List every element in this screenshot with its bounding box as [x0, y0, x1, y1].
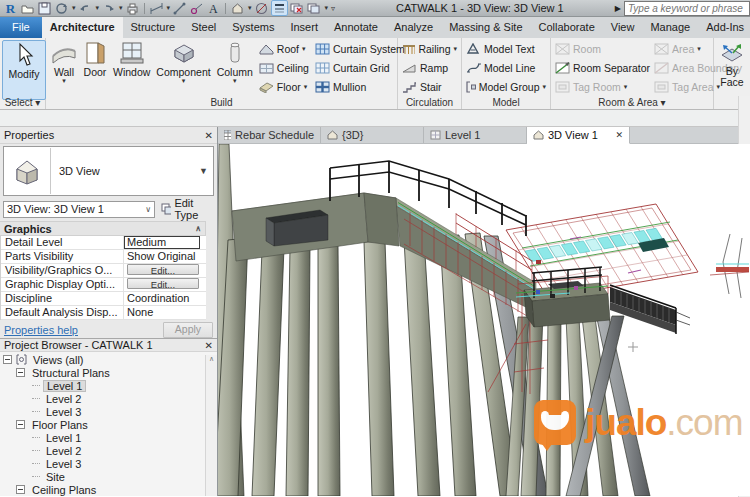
3d-viewport[interactable]: jualo.com — [218, 144, 750, 496]
property-row[interactable]: Graphic Display Opti... Edit... — [1, 278, 206, 292]
graphic-display-edit-button[interactable]: Edit... — [127, 278, 199, 289]
redo-dropdown-arrow[interactable]: ▾ — [119, 4, 123, 12]
default-3d-view-icon[interactable] — [230, 1, 245, 15]
3d-view-dropdown-arrow[interactable]: ▾ — [248, 4, 252, 12]
model-group-button[interactable]: Model Group▾ — [466, 79, 546, 95]
curtain-grid-button[interactable]: Curtain Grid — [315, 60, 405, 76]
parts-visibility-value[interactable]: Show Original — [124, 250, 206, 263]
tab-structure[interactable]: Structure — [123, 17, 184, 38]
tab-steel[interactable]: Steel — [183, 17, 224, 38]
view-tab-rebar-schedule[interactable]: Rebar Schedule — [218, 127, 321, 143]
project-browser-close-icon[interactable]: ✕ — [205, 340, 213, 351]
room-button[interactable]: Room — [555, 41, 650, 57]
curtain-system-button[interactable]: Curtain System — [315, 41, 405, 57]
close-hidden-windows-icon[interactable] — [290, 1, 305, 15]
tag-icon[interactable] — [189, 1, 204, 15]
tree-expander[interactable] — [16, 485, 25, 494]
browser-scrollbar[interactable]: ∧ — [205, 355, 217, 496]
tab-view[interactable]: View — [603, 17, 643, 38]
tree-expander[interactable] — [16, 420, 25, 429]
redo-icon[interactable] — [101, 1, 116, 15]
measure-dropdown-arrow[interactable]: ▾ — [167, 4, 171, 12]
tree-item-level3-floor[interactable]: Level 3 — [0, 457, 217, 470]
search-input[interactable] — [624, 1, 750, 16]
room-separator-button[interactable]: Room Separator — [555, 60, 650, 76]
revit-logo-icon[interactable]: R — [3, 1, 18, 15]
search-expand-arrow[interactable]: ▶ — [615, 4, 621, 13]
thin-lines-icon[interactable] — [271, 0, 288, 16]
tab-systems[interactable]: Systems — [224, 17, 282, 38]
print-icon[interactable] — [125, 1, 140, 15]
modify-button[interactable]: Modify — [2, 40, 46, 100]
ceiling-button[interactable]: Ceiling — [259, 60, 309, 76]
tree-item-views-all[interactable]: Views (all) — [0, 353, 217, 366]
tab-analyze[interactable]: Analyze — [386, 17, 441, 38]
undo-dropdown-arrow[interactable]: ▾ — [96, 4, 100, 12]
roof-button[interactable]: Roof▾ — [259, 41, 309, 57]
aligned-dimension-icon[interactable] — [172, 1, 187, 15]
railing-button[interactable]: Railing▾ — [402, 41, 457, 57]
tab-insert[interactable]: Insert — [282, 17, 326, 38]
tree-expander[interactable] — [3, 355, 12, 364]
property-row[interactable]: Detail Level Medium — [1, 236, 206, 250]
visibility-graphics-edit-button[interactable]: Edit... — [127, 264, 199, 275]
tree-item-site[interactable]: Site — [0, 470, 217, 483]
detail-level-value[interactable]: Medium — [124, 236, 200, 249]
discipline-value[interactable]: Coordination — [124, 292, 206, 305]
ramp-button[interactable]: Ramp — [402, 60, 457, 76]
measure-icon[interactable] — [149, 1, 164, 15]
property-row[interactable]: Visibility/Graphics O... Edit... — [1, 264, 206, 278]
tab-massing-site[interactable]: Massing & Site — [441, 17, 530, 38]
sync-dropdown-arrow[interactable]: ▾ — [72, 4, 76, 12]
model-line-button[interactable]: Model Line — [466, 60, 546, 76]
build-group-footer[interactable]: Build — [46, 97, 397, 109]
section-icon[interactable] — [254, 1, 269, 15]
properties-close-icon[interactable]: ✕ — [205, 130, 213, 141]
tree-item-level2-structural[interactable]: Level 2 — [0, 392, 217, 405]
mullion-button[interactable]: Mullion — [315, 79, 405, 95]
properties-help-link[interactable]: Properties help — [4, 324, 78, 336]
tree-item-ceiling-plans[interactable]: Ceiling Plans — [0, 483, 217, 496]
stair-button[interactable]: Stair — [402, 79, 457, 95]
default-analysis-value[interactable]: None — [124, 306, 206, 319]
property-row[interactable]: Discipline Coordination — [1, 292, 206, 306]
tag-room-button[interactable]: Tag Room▾ — [555, 79, 650, 95]
select-group-footer[interactable]: Select ▾ — [0, 97, 45, 109]
view-tab-3d-default[interactable]: {3D} — [321, 127, 424, 143]
tree-expander[interactable] — [16, 368, 25, 377]
model-group-footer[interactable]: Model — [462, 97, 550, 109]
tab-file[interactable]: File — [0, 17, 42, 38]
customize-qat-icon[interactable]: ▿ — [331, 4, 335, 13]
type-selector[interactable]: 3D View ▼ — [3, 146, 214, 196]
tree-item-level1-floor[interactable]: Level 1 — [0, 431, 217, 444]
apply-button[interactable]: Apply — [163, 322, 213, 338]
property-row[interactable]: Parts Visibility Show Original — [1, 250, 206, 264]
close-view-tab-icon[interactable]: ✕ — [615, 130, 623, 140]
property-row[interactable]: Default Analysis Disp... None — [1, 306, 206, 320]
tab-architecture[interactable]: Architecture — [42, 17, 123, 38]
room-area-group-footer[interactable]: Room & Area ▾ — [551, 97, 713, 109]
undo-icon[interactable] — [78, 1, 93, 15]
graphics-section-header[interactable]: Graphics ∧ — [0, 221, 206, 236]
view-tab-level-1[interactable]: Level 1 — [424, 127, 527, 143]
component-button[interactable]: Component▾ — [153, 40, 213, 98]
door-button[interactable]: Door — [80, 40, 110, 98]
view-tab-3d-view-1[interactable]: 3D View 1 ✕ — [527, 127, 630, 144]
type-selector-dropdown-arrow[interactable]: ▼ — [199, 166, 213, 176]
model-text-button[interactable]: Model Text — [466, 41, 546, 57]
tree-item-level1-structural[interactable]: Level 1 — [0, 379, 217, 392]
switch-windows-icon[interactable] — [307, 1, 322, 15]
floor-button[interactable]: Floor▾ — [259, 79, 309, 95]
tree-item-structural-plans[interactable]: Structural Plans — [0, 366, 217, 379]
edit-type-button[interactable]: Edit Type — [158, 199, 214, 219]
tree-item-floor-plans[interactable]: Floor Plans — [0, 418, 217, 431]
tree-item-level3-structural[interactable]: Level 3 — [0, 405, 217, 418]
wall-button[interactable]: Wall▾ — [48, 40, 80, 98]
switch-windows-dropdown-arrow[interactable]: ▾ — [325, 4, 329, 12]
column-button[interactable]: Column▾ — [214, 40, 256, 98]
save-icon[interactable] — [37, 1, 52, 15]
tab-annotate[interactable]: Annotate — [326, 17, 386, 38]
text-icon[interactable]: A — [206, 1, 221, 15]
by-face-button[interactable]: By Face — [716, 40, 748, 98]
tab-addins[interactable]: Add-Ins — [698, 17, 750, 38]
